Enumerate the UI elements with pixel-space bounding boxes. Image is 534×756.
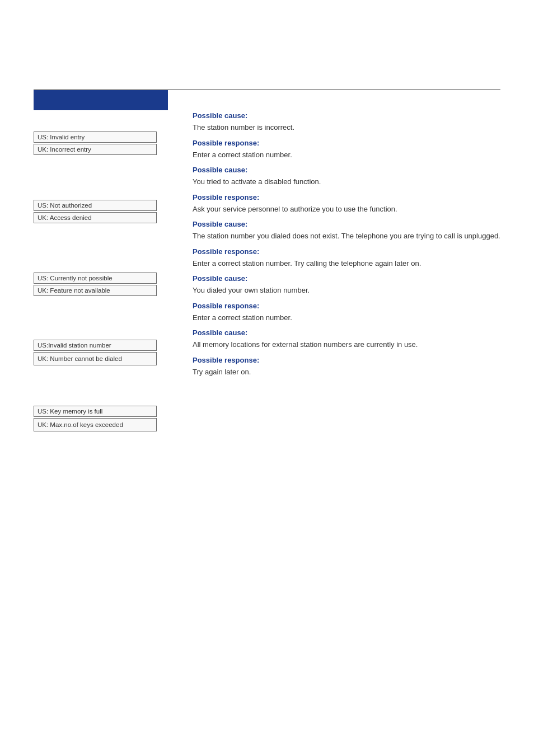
entry4-response-title: Possible response:: [193, 302, 500, 310]
entry1-response-title: Possible response:: [193, 139, 500, 147]
entry5-response-text: Try again later on.: [193, 367, 500, 378]
entry4-response-text: Enter a correct station number.: [193, 312, 500, 323]
content-area: US: Invalid entry UK: Incorrect entry US…: [34, 90, 500, 442]
entry3-response-text: Enter a correct station number. Try call…: [193, 258, 500, 269]
left-header: [34, 90, 168, 110]
entry2-response-title: Possible response:: [193, 193, 500, 201]
entry5-response-title: Possible response:: [193, 356, 500, 364]
uk-label-4: UK: Number cannot be dialed: [34, 352, 157, 365]
us-label-2: US: Not authorized: [34, 200, 157, 211]
entry2-response: Possible response: Ask your service pers…: [193, 193, 500, 215]
entry5-response: Possible response: Try again later on.: [193, 356, 500, 378]
entry2-response-text: Ask your service personnel to authorize …: [193, 204, 500, 215]
entry4-response: Possible response: Enter a correct stati…: [193, 302, 500, 323]
entry3-response-title: Possible response:: [193, 247, 500, 256]
entry3-cause: Possible cause: The station number you d…: [193, 220, 500, 242]
error-block-1: US: Invalid entry UK: Incorrect entry: [34, 132, 179, 155]
entry1-response: Possible response: Enter a correct stati…: [193, 139, 500, 161]
entry5-cause: Possible cause: All memory locations for…: [193, 328, 500, 350]
entry2-cause: Possible cause: You tried to activate a …: [193, 166, 500, 187]
right-column: Possible cause: The station number is in…: [179, 90, 500, 442]
page-wrapper: US: Invalid entry UK: Incorrect entry US…: [0, 0, 534, 756]
entry1-cause-title: Possible cause:: [193, 111, 500, 120]
us-label-3: US: Currently not possible: [34, 273, 157, 284]
entry1-response-text: Enter a correct station number.: [193, 149, 500, 161]
entry4-cause-text: You dialed your own station number.: [193, 285, 500, 296]
entry3-cause-title: Possible cause:: [193, 220, 500, 228]
entry1-cause: Possible cause: The station number is in…: [193, 111, 500, 133]
entry1-cause-text: The station number is incorrect.: [193, 122, 500, 133]
us-label-1: US: Invalid entry: [34, 132, 157, 143]
left-column: US: Invalid entry UK: Incorrect entry US…: [34, 90, 179, 442]
left-body: US: Invalid entry UK: Incorrect entry US…: [34, 110, 179, 431]
error-block-5: US: Key memory is full UK: Max.no.of key…: [34, 406, 179, 431]
uk-label-5: UK: Max.no.of keys exceeded: [34, 418, 157, 431]
entry2-cause-title: Possible cause:: [193, 166, 500, 174]
error-block-3: US: Currently not possible UK: Feature n…: [34, 273, 179, 296]
entry4-cause: Possible cause: You dialed your own stat…: [193, 274, 500, 296]
error-block-4: US:Invalid station number UK: Number can…: [34, 340, 179, 365]
entry3-response: Possible response: Enter a correct stati…: [193, 247, 500, 269]
uk-label-3: UK: Feature not available: [34, 285, 157, 296]
uk-label-1: UK: Incorrect entry: [34, 144, 157, 155]
error-block-2: US: Not authorized UK: Access denied: [34, 200, 179, 223]
entry4-cause-title: Possible cause:: [193, 274, 500, 283]
us-label-5: US: Key memory is full: [34, 406, 157, 417]
uk-label-2: UK: Access denied: [34, 212, 157, 223]
entry3-cause-text: The station number you dialed does not e…: [193, 231, 500, 242]
entry5-cause-title: Possible cause:: [193, 328, 500, 337]
entry5-cause-text: All memory locations for external statio…: [193, 339, 500, 350]
entry2-cause-text: You tried to activate a disabled functio…: [193, 176, 500, 187]
us-label-4: US:Invalid station number: [34, 340, 157, 351]
